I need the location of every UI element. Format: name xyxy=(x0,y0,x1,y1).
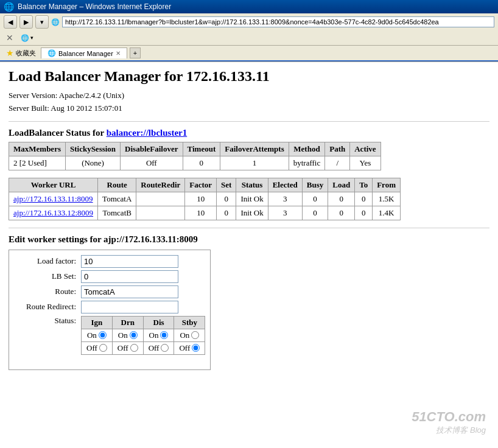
ign-off-radio-group: Off xyxy=(86,343,107,353)
server-built: Server Built: Aug 10 2012 15:07:01 xyxy=(9,102,489,115)
dropdown-button[interactable]: ▾ xyxy=(35,15,49,29)
col-to: To xyxy=(355,178,373,192)
worker-cell-0-1: TomcatA xyxy=(98,192,136,206)
route-row: Route: xyxy=(14,285,205,298)
ie-button[interactable]: 🌐 ▾ xyxy=(18,33,36,43)
drn-on-radio[interactable] xyxy=(130,331,138,339)
lb-link[interactable]: balancer://lbcluster1 xyxy=(107,128,187,138)
worker-cell-1-3: 10 xyxy=(185,206,217,220)
worker-cell-0-9: 0 xyxy=(355,192,373,206)
cell-maxmembers: 2 [2 Used] xyxy=(9,156,66,170)
ign-off-radio[interactable] xyxy=(99,344,107,352)
page-content: Load Balancer Manager for 172.16.133.11 … xyxy=(0,62,498,376)
ign-on-label: On xyxy=(87,331,97,340)
col-elected: Elected xyxy=(268,178,302,192)
load-factor-input[interactable] xyxy=(81,255,178,268)
address-label: 🌐 xyxy=(51,18,60,26)
stby-off-radio[interactable] xyxy=(192,344,200,352)
dis-off-radio[interactable] xyxy=(161,344,169,352)
balancer-table-header-row: MaxMembers StickySession DisableFailover… xyxy=(9,142,381,156)
worker-row-1: ajp://172.16.133.12:8009TomcatB100Init O… xyxy=(9,206,401,220)
worker-cell-1-10: 1.4K xyxy=(373,206,401,220)
route-label: Route: xyxy=(14,287,81,296)
edit-title: Edit worker settings for ajp://172.16.13… xyxy=(9,234,489,245)
page-title: Load Balancer Manager for 172.16.133.11 xyxy=(9,68,489,85)
route-redirect-input[interactable] xyxy=(81,301,178,313)
status-label: Status: xyxy=(14,316,81,326)
worker-table: Worker URL Route RouteRedir Factor Set S… xyxy=(9,178,401,220)
stby-off-radio-group: Off xyxy=(179,343,200,353)
worker-cell-0-10: 1.5K xyxy=(373,192,401,206)
lb-set-input[interactable] xyxy=(81,270,178,283)
worker-cell-0-2 xyxy=(136,192,185,206)
ie-icon: 🌐 xyxy=(21,34,29,42)
worker-cell-1-5: Init Ok xyxy=(236,206,268,220)
drn-off-radio[interactable] xyxy=(130,344,138,352)
worker-cell-1-1: TomcatB xyxy=(98,206,136,220)
dis-on-radio[interactable] xyxy=(160,331,168,339)
cell-method: bytraffic xyxy=(289,156,325,170)
close-tab-button[interactable]: ✕ xyxy=(4,32,16,44)
col-drn: Drn xyxy=(112,316,143,329)
route-redirect-label: Route Redirect: xyxy=(14,302,81,312)
lb-set-row: LB Set: xyxy=(14,270,205,283)
worker-cell-0-4: 0 xyxy=(217,192,236,206)
status-dis-off-cell: Off xyxy=(143,341,174,354)
worker-cell-1-8: 0 xyxy=(328,206,355,220)
worker-cell-1-4: 0 xyxy=(217,206,236,220)
cell-path: / xyxy=(325,156,350,170)
worker-cell-0-0[interactable]: ajp://172.16.133.11:8009 xyxy=(9,192,98,206)
status-drn-on-cell: On xyxy=(112,329,143,341)
col-method: Method xyxy=(289,142,325,156)
status-row: Status: Ign Drn Dis Stby xyxy=(14,316,205,362)
stby-off-label: Off xyxy=(179,343,190,353)
lb-status-label: LoadBalancer Status for xyxy=(9,128,104,138)
ie-dropdown-icon: ▾ xyxy=(30,35,33,41)
status-on-row: On On xyxy=(82,329,205,341)
dis-on-radio-group: On xyxy=(149,331,169,340)
ie-logo-icon: 🌐 xyxy=(4,2,14,12)
cell-stickysession: (None) xyxy=(65,156,120,170)
col-stickysession: StickySession xyxy=(65,142,120,156)
col-timeout: Timeout xyxy=(183,142,220,156)
status-stby-on-cell: On xyxy=(174,329,205,341)
cell-failoverattempts: 1 xyxy=(220,156,289,170)
tab-close-icon[interactable]: ✕ xyxy=(116,50,121,57)
col-worker-url: Worker URL xyxy=(9,178,98,192)
stby-on-radio-group: On xyxy=(179,331,200,340)
divider-2 xyxy=(9,228,489,228)
worker-cell-0-3: 10 xyxy=(185,192,217,206)
tab-ie-icon: 🌐 xyxy=(47,49,56,57)
forward-button[interactable]: ▶ xyxy=(19,15,33,29)
status-drn-off-cell: Off xyxy=(112,341,143,354)
route-redirect-row: Route Redirect: xyxy=(14,301,205,313)
col-status: Status xyxy=(236,178,268,192)
worker-cell-0-6: 3 xyxy=(268,192,302,206)
col-set: Set xyxy=(217,178,236,192)
address-input[interactable] xyxy=(62,16,494,27)
star-icon: ★ xyxy=(6,48,14,58)
active-tab[interactable]: 🌐 Balancer Manager ✕ xyxy=(41,47,127,58)
status-dis-on-cell: On xyxy=(143,329,174,341)
dis-off-label: Off xyxy=(149,343,160,353)
drn-on-label: On xyxy=(118,331,128,340)
worker-cell-1-0[interactable]: ajp://172.16.133.12:8009 xyxy=(9,206,98,220)
favorites-label: 收藏夹 xyxy=(16,49,36,58)
balancer-table: MaxMembers StickySession DisableFailover… xyxy=(9,142,381,170)
col-factor: Factor xyxy=(185,178,217,192)
stby-on-radio[interactable] xyxy=(191,331,199,339)
favorites-button[interactable]: ★ 收藏夹 xyxy=(4,47,38,59)
col-maxmembers: MaxMembers xyxy=(9,142,66,156)
drn-off-label: Off xyxy=(117,343,128,353)
status-off-row: Off Off xyxy=(82,341,205,354)
ign-on-radio[interactable] xyxy=(99,331,107,339)
back-button[interactable]: ◀ xyxy=(4,15,17,29)
address-bar: ◀ ▶ ▾ 🌐 xyxy=(0,13,498,30)
title-bar: 🌐 Balancer Manager – Windows Internet Ex… xyxy=(0,0,498,13)
worker-row-0: ajp://172.16.133.11:8009TomcatA100Init O… xyxy=(9,192,401,206)
route-input[interactable] xyxy=(81,285,178,298)
new-tab-button[interactable]: + xyxy=(130,47,141,58)
divider-1 xyxy=(9,121,489,122)
worker-cell-1-2 xyxy=(136,206,185,220)
cell-disablefailover: Off xyxy=(121,156,183,170)
